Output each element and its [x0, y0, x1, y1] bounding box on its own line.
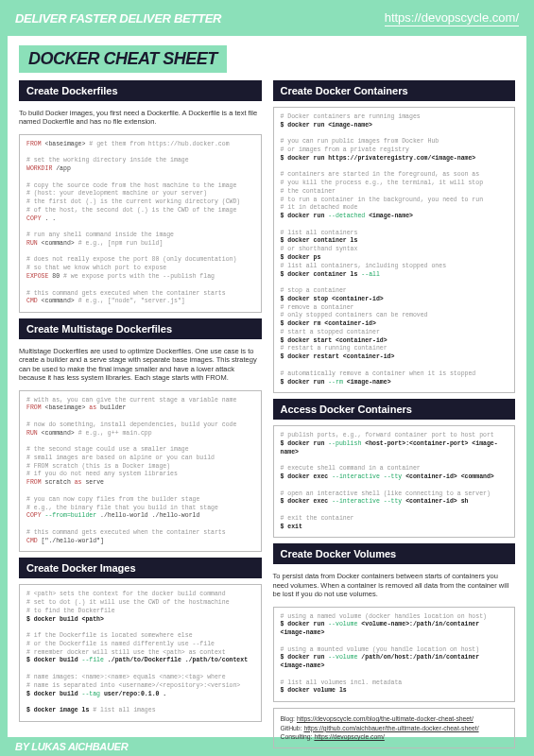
section-volumes-intro: To persist data from Docker containers b… [273, 570, 516, 600]
blog-label: Blog: [281, 715, 296, 722]
section-multistage-intro: Multistage Dockerfiles are used to optim… [19, 345, 262, 385]
github-link[interactable]: https://github.com/aichbauer/the-ultimat… [303, 725, 478, 731]
code-containers: # Docker containers are running images $… [273, 107, 516, 393]
section-multistage-title: Create Multistage Dockerfiles [19, 318, 262, 339]
footer-links: Blog: https://devopscycle.com/blog/the-u… [273, 708, 516, 748]
tagline: DELIVER FASTER DELIVER BETTER [15, 11, 221, 26]
section-create-dockerfiles-intro: To build Docker images, you first need a… [19, 107, 262, 129]
left-column: Create Dockerfiles To build Docker image… [19, 80, 262, 748]
section-access-title: Access Docker Containers [273, 399, 516, 420]
page: DOCKER CHEAT SHEET Create Dockerfiles To… [8, 36, 526, 737]
section-volumes-title: Create Docker Volumes [273, 543, 516, 564]
code-dockerfile: FROM <baseimage> # get them from https:/… [19, 134, 262, 313]
header-url[interactable]: https://devopscycle.com/ [385, 10, 519, 26]
github-label: GitHub: [281, 725, 302, 731]
section-create-dockerfiles-title: Create Dockerfiles [19, 80, 262, 101]
blog-link[interactable]: https://devopscycle.com/blog/the-ultimat… [297, 715, 474, 722]
code-volumes: # using a named volume (docker handles l… [273, 607, 516, 703]
code-multistage: # with as, you can give the current stag… [19, 390, 262, 553]
right-column: Create Docker Containers # Docker contai… [273, 80, 516, 748]
section-containers-title: Create Docker Containers [273, 80, 516, 101]
consulting-label: Consulting: [281, 733, 313, 740]
code-access: # publish ports, e.g., forward container… [273, 425, 516, 538]
header-strip: DELIVER FASTER DELIVER BETTER https://de… [0, 0, 534, 36]
columns: Create Dockerfiles To build Docker image… [19, 80, 515, 748]
consulting-link[interactable]: https://devopscycle.com/ [314, 733, 384, 740]
code-images: # <path> sets the context for the docker… [19, 584, 262, 721]
section-images-title: Create Docker Images [19, 558, 262, 578]
main-title: DOCKER CHEAT SHEET [19, 45, 227, 73]
